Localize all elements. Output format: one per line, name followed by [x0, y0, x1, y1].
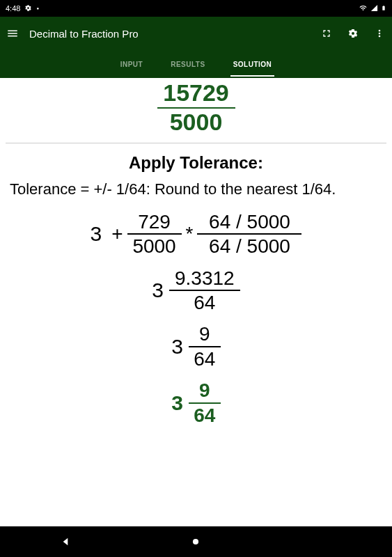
- status-notif-icon: [24, 4, 32, 13]
- solution-content[interactable]: 00000000 15729 5000 Apply Tolerance: Tol…: [0, 78, 392, 526]
- step1-frac1-den: 5000: [132, 236, 175, 256]
- nav-bar: [0, 526, 392, 557]
- tab-results[interactable]: RESULTS: [168, 52, 207, 77]
- overflow-button[interactable]: [373, 26, 386, 40]
- tolerance-description: Tolerance = +/- 1/64: Round to the neare…: [10, 180, 382, 199]
- status-bar: 4:48 ●: [0, 0, 392, 17]
- nav-home[interactable]: [187, 533, 204, 550]
- times-op: *: [186, 223, 194, 245]
- tab-bar: INPUT RESULTS SOLUTION: [0, 50, 392, 78]
- step1-frac2-num: 64 / 5000: [209, 212, 290, 232]
- final-frac: 9 64: [189, 380, 221, 425]
- step-2: 3 9.3312 64: [152, 268, 240, 313]
- final-num: 9: [199, 380, 210, 400]
- app-title: Decimal to Fraction Pro: [29, 28, 310, 40]
- step3-num: 9: [199, 324, 210, 344]
- step1-frac2-den: 64 / 5000: [209, 236, 290, 256]
- svg-point-0: [193, 539, 198, 544]
- step3-frac: 9 64: [189, 324, 221, 369]
- result-numerator: 15729: [163, 81, 229, 106]
- apply-tolerance-heading: Apply Tolerance:: [0, 153, 392, 173]
- signal-icon: [370, 4, 378, 13]
- section-divider: [6, 143, 386, 143]
- step2-frac: 9.3312 64: [169, 268, 240, 313]
- step1-frac2: 64 / 5000 64 / 5000: [197, 212, 301, 257]
- plus-op: +: [111, 223, 123, 245]
- steps-block: 3 + 729 5000 * 64 / 5000 64 / 5000 3 9.3…: [0, 212, 392, 425]
- step1-frac1: 729 5000: [127, 212, 182, 257]
- settings-button[interactable]: [346, 26, 360, 40]
- menu-button[interactable]: [6, 26, 19, 40]
- nav-back[interactable]: [57, 533, 74, 550]
- battery-icon: [381, 3, 386, 14]
- result-denominator: 5000: [170, 110, 223, 135]
- step3-int: 3: [171, 335, 183, 359]
- final-den: 64: [194, 405, 215, 425]
- step-1: 3 + 729 5000 * 64 / 5000 64 / 5000: [91, 212, 302, 257]
- step-final: 3 9 64: [171, 380, 221, 425]
- step2-num: 9.3312: [175, 268, 235, 288]
- tab-input[interactable]: INPUT: [118, 52, 146, 77]
- fullscreen-button[interactable]: [320, 26, 334, 40]
- step1-int: 3: [91, 222, 102, 246]
- tab-solution[interactable]: SOLUTION: [230, 52, 275, 77]
- final-int: 3: [171, 391, 183, 415]
- step-3: 3 9 64: [171, 324, 221, 369]
- app-bar: Decimal to Fraction Pro: [0, 17, 392, 50]
- wifi-icon: [359, 4, 368, 13]
- step1-frac1-num: 729: [138, 212, 171, 232]
- step2-den: 64: [194, 292, 215, 313]
- step3-den: 64: [194, 349, 215, 369]
- step2-int: 3: [152, 278, 164, 302]
- status-dot-icon: ●: [36, 6, 39, 10]
- svg-rect-1: [324, 539, 329, 544]
- result-fraction: 15729 5000: [157, 81, 235, 134]
- status-time: 4:48: [6, 4, 20, 13]
